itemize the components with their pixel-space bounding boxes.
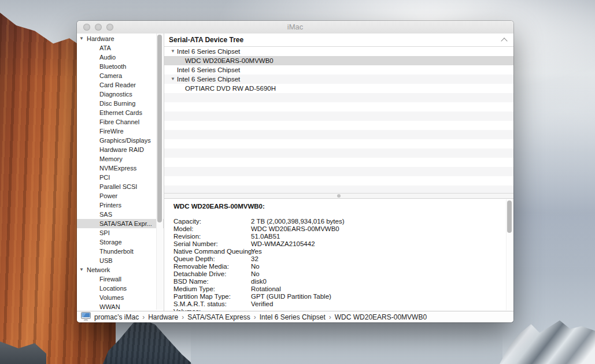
breadcrumb-separator: ›: [329, 313, 331, 321]
detail-value: No: [251, 263, 502, 270]
sidebar-item-graphics-displays[interactable]: Graphics/Displays: [77, 136, 164, 145]
detail-row: Partition Map Type:GPT (GUID Partition T…: [173, 293, 502, 300]
imac-icon: [81, 312, 91, 322]
window-title: iMac: [77, 21, 513, 34]
sidebar-item-spi[interactable]: SPI: [77, 228, 164, 237]
detail-label: Model:: [173, 225, 251, 233]
detail-title: WDC WD20EARS-00MVWB0:: [173, 203, 502, 210]
breadcrumb-separator: ›: [182, 313, 184, 321]
detail-label: Removable Media:: [173, 263, 251, 270]
sidebar-item-pci[interactable]: PCI: [77, 173, 164, 182]
sidebar-item-firewall[interactable]: Firewall: [77, 274, 164, 284]
detail-row: Removable Media:No: [173, 263, 502, 270]
sidebar-item-ata[interactable]: ATA: [77, 43, 164, 53]
sidebar-item-hardware[interactable]: ▼Hardware: [77, 34, 164, 43]
sidebar-item-thunderbolt[interactable]: Thunderbolt: [77, 247, 164, 256]
disclosure-triangle-icon[interactable]: ▼: [79, 34, 84, 43]
detail-pane: WDC WD20EARS-00MVWB0: Capacity:2 TB (2,0…: [164, 199, 513, 311]
sidebar-item-storage[interactable]: Storage: [77, 237, 164, 247]
detail-row: Serial Number:WD-WMAZA2105442: [173, 240, 502, 248]
wallpaper-mist: [191, 324, 502, 364]
device-tree-header[interactable]: Serial-ATA Device Tree: [164, 34, 513, 47]
sidebar-item-volumes[interactable]: Volumes: [77, 293, 164, 302]
sidebar-item-wwan[interactable]: WWAN: [77, 302, 164, 311]
sidebar-item-sata-sata-express[interactable]: SATA/SATA Expr...: [77, 219, 164, 228]
breadcrumb: promac’s iMac › Hardware › SATA/SATA Exp…: [81, 311, 427, 322]
detail-row: Revision:51.0AB51: [173, 233, 502, 240]
sidebar-item-ethernet-cards[interactable]: Ethernet Cards: [77, 108, 164, 117]
device-tree: ▼Intel 6 Series Chipset WDC WD20EARS-00M…: [164, 47, 513, 93]
detail-value: 2 TB (2,000,398,934,016 bytes): [251, 218, 502, 225]
disclosure-triangle-icon[interactable]: ▼: [171, 47, 175, 56]
sidebar-item-parallel-scsi[interactable]: Parallel SCSI: [77, 182, 164, 191]
detail-label: Queue Depth:: [173, 255, 251, 263]
detail-row: Medium Type:Rotational: [173, 285, 502, 293]
sidebar-item-fibre-channel[interactable]: Fibre Channel: [77, 117, 164, 127]
detail-value: No: [251, 270, 502, 278]
detail-value: Rotational: [251, 285, 502, 293]
breadcrumb-item-sata[interactable]: SATA/SATA Express: [187, 313, 250, 321]
system-information-window: iMac ▼Hardware ATA Audio Bluetooth Camer…: [77, 21, 513, 322]
detail-row: Native Command Queuing:Yes: [173, 248, 502, 255]
disclosure-triangle-icon[interactable]: ▼: [79, 265, 84, 274]
tree-row-intel-chipset-1[interactable]: ▼Intel 6 Series Chipset: [164, 47, 513, 56]
tree-row-optiarc-dvd[interactable]: OPTIARC DVD RW AD-5690H: [164, 84, 513, 93]
sidebar-scrollbar-thumb[interactable]: [157, 35, 162, 222]
collapse-chevron-icon[interactable]: [501, 38, 507, 44]
sidebar-item-usb[interactable]: USB: [77, 256, 164, 265]
detail-row: S.M.A.R.T. status:Verified: [173, 300, 502, 308]
detail-value: disk0: [251, 278, 502, 285]
category-sidebar: ▼Hardware ATA Audio Bluetooth Camera Car…: [77, 34, 164, 311]
main-pane: Serial-ATA Device Tree ▼Intel 6 Series C…: [164, 34, 513, 311]
detail-row: Capacity:2 TB (2,000,398,934,016 bytes): [173, 218, 502, 225]
breadcrumb-item-hardware[interactable]: Hardware: [148, 313, 178, 321]
breadcrumb-item-computer[interactable]: promac’s iMac: [94, 313, 139, 321]
category-list: ▼Hardware ATA Audio Bluetooth Camera Car…: [77, 34, 164, 311]
tree-row-wdc-disk[interactable]: WDC WD20EARS-00MVWB0: [164, 56, 513, 65]
detail-label: Detachable Drive:: [173, 270, 251, 278]
desktop: iMac ▼Hardware ATA Audio Bluetooth Camer…: [0, 0, 595, 364]
sidebar-item-audio[interactable]: Audio: [77, 53, 164, 62]
pane-splitter[interactable]: [164, 193, 513, 199]
detail-row: BSD Name:disk0: [173, 278, 502, 285]
sidebar-item-camera[interactable]: Camera: [77, 71, 164, 80]
sidebar-item-network[interactable]: ▼Network: [77, 265, 164, 274]
sidebar-item-power[interactable]: Power: [77, 191, 164, 200]
sidebar-item-memory[interactable]: Memory: [77, 154, 164, 164]
tree-row-intel-chipset-2[interactable]: Intel 6 Series Chipset: [164, 65, 513, 75]
sidebar-item-diagnostics[interactable]: Diagnostics: [77, 90, 164, 99]
sidebar-item-hardware-raid[interactable]: Hardware RAID: [77, 145, 164, 154]
breadcrumb-item-device[interactable]: WDC WD20EARS-00MVWB0: [335, 313, 427, 321]
detail-label: Capacity:: [173, 218, 251, 225]
detail-row: Detachable Drive:No: [173, 270, 502, 278]
detail-scrollbar-thumb[interactable]: [507, 200, 512, 233]
sidebar-item-nvmexpress[interactable]: NVMExpress: [77, 164, 164, 173]
device-tree-title: Serial-ATA Device Tree: [169, 34, 243, 46]
sidebar-item-bluetooth[interactable]: Bluetooth: [77, 62, 164, 71]
sidebar-item-card-reader[interactable]: Card Reader: [77, 80, 164, 90]
breadcrumb-item-chipset[interactable]: Intel 6 Series Chipset: [260, 313, 326, 321]
detail-row: Model:WDC WD20EARS-00MVWB0: [173, 225, 502, 233]
title-bar[interactable]: iMac: [77, 21, 513, 34]
tree-row-intel-chipset-3[interactable]: ▼Intel 6 Series Chipset: [164, 75, 513, 84]
window-content: ▼Hardware ATA Audio Bluetooth Camera Car…: [77, 34, 513, 311]
detail-label: Revision:: [173, 233, 251, 240]
status-bar: promac’s iMac › Hardware › SATA/SATA Exp…: [77, 311, 513, 322]
sidebar-item-disc-burning[interactable]: Disc Burning: [77, 99, 164, 108]
detail-rows: Capacity:2 TB (2,000,398,934,016 bytes) …: [173, 218, 502, 311]
detail-label: Native Command Queuing:: [173, 248, 251, 255]
sidebar-scrollbar[interactable]: [156, 34, 163, 310]
sidebar-item-locations[interactable]: Locations: [77, 284, 164, 293]
sidebar-item-sas[interactable]: SAS: [77, 210, 164, 219]
sidebar-item-firewire[interactable]: FireWire: [77, 127, 164, 136]
splitter-handle-icon[interactable]: [337, 194, 341, 198]
detail-value: 51.0AB51: [251, 233, 502, 240]
detail-label: S.M.A.R.T. status:: [173, 300, 251, 308]
device-tree-empty-rows: [164, 93, 513, 193]
sidebar-item-printers[interactable]: Printers: [77, 200, 164, 210]
detail-label: BSD Name:: [173, 278, 251, 285]
detail-scrollbar[interactable]: [506, 199, 513, 310]
disclosure-triangle-icon[interactable]: ▼: [171, 75, 175, 84]
detail-value: WD-WMAZA2105442: [251, 240, 502, 248]
detail-value: WDC WD20EARS-00MVWB0: [251, 225, 502, 233]
